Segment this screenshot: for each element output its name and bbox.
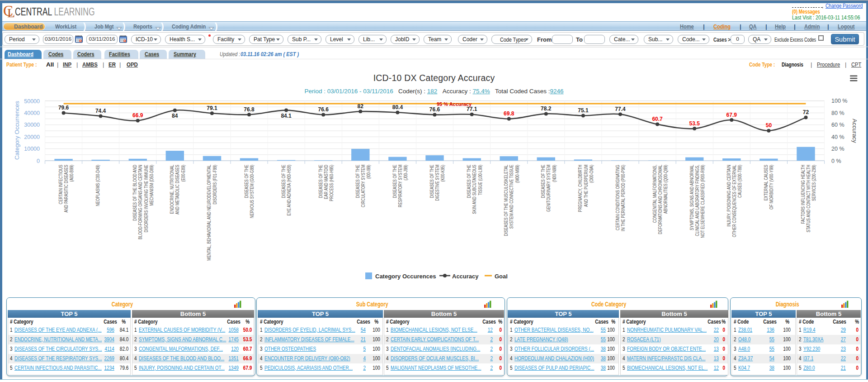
- svg-text:79.1: 79.1: [207, 105, 217, 111]
- svg-text:50: 50: [766, 122, 772, 129]
- svg-text:84: 84: [172, 113, 178, 119]
- svg-text:PREGNANCY, CHILDBIRTHAND THE P: PREGNANCY, CHILDBIRTHAND THE PUERPERIUM(…: [578, 165, 594, 212]
- svg-text:DISEASES OF THECIRCULATORY SYS: DISEASES OF THECIRCULATORY SYSTEM(I00-I9…: [355, 165, 371, 207]
- svg-text:Goal: Goal: [495, 273, 508, 280]
- svg-text:0 %: 0 %: [831, 158, 841, 164]
- svg-text:FACTORS INFLUENCING HEALTHSTAT: FACTORS INFLUENCING HEALTHSTATUS AND CON…: [801, 165, 816, 232]
- svg-text:DISEASES OF THEDIGESTIVE SYSTE: DISEASES OF THEDIGESTIVE SYSTEM(K00-K95): [429, 165, 445, 201]
- svg-text:DISEASES OF THESKIN AND SUBCUT: DISEASES OF THESKIN AND SUBCUTANEOUSTISS…: [467, 165, 482, 214]
- svg-text:76.6: 76.6: [429, 106, 440, 113]
- svg-text:DISEASES OF THE BLOOD ANDBLOOD: DISEASES OF THE BLOOD ANDBLOOD-FORMING O…: [132, 165, 154, 239]
- svg-text:DISEASES OF THEEYE AND ADNEXA: DISEASES OF THEEYE AND ADNEXA (H00-H59): [281, 165, 292, 216]
- svg-text:Category Occurences: Category Occurences: [375, 273, 436, 280]
- svg-text:80.4: 80.4: [392, 104, 403, 110]
- svg-text:77.1: 77.1: [467, 106, 477, 112]
- svg-text:69.8: 69.8: [504, 110, 514, 117]
- svg-text:20000: 20000: [24, 134, 40, 140]
- svg-text:66.9: 66.9: [132, 112, 143, 119]
- svg-text:Accuracy: Accuracy: [452, 273, 479, 280]
- svg-text:10000: 10000: [24, 146, 40, 152]
- svg-text:Category Occurrences: Category Occurrences: [14, 100, 20, 160]
- svg-text:79.6: 79.6: [58, 105, 69, 111]
- svg-text:SYMPTOMS, SIGNS AND ABNORMALCL: SYMPTOMS, SIGNS AND ABNORMALCLINICAL AND…: [689, 165, 705, 238]
- svg-text:50000: 50000: [24, 98, 40, 105]
- svg-text:53.5: 53.5: [689, 120, 700, 127]
- svg-text:0: 0: [37, 158, 40, 164]
- svg-text:DISEASES OF THE MUSCULOSKELETA: DISEASES OF THE MUSCULOSKELETALSYSTEM AN…: [504, 165, 519, 236]
- svg-text:60 %: 60 %: [831, 122, 844, 128]
- svg-text:CONGENITAL MALFORMATIONS,DEFOR: CONGENITAL MALFORMATIONS,DEFORMATIONS AN…: [652, 165, 668, 234]
- svg-text:77.4: 77.4: [615, 106, 626, 112]
- svg-text:DISEASES OF THEGENITOURINARY S: DISEASES OF THEGENITOURINARY SYSTEM(N00-…: [541, 165, 557, 212]
- svg-text:72: 72: [803, 109, 809, 115]
- svg-text:67.9: 67.9: [726, 112, 737, 118]
- svg-text:20 %: 20 %: [831, 146, 844, 152]
- svg-text:82: 82: [358, 103, 364, 110]
- svg-text:100 %: 100 %: [831, 98, 847, 104]
- svg-text:76.6: 76.6: [318, 106, 329, 113]
- svg-text:DISEASES OF THEEAR AND MASTOID: DISEASES OF THEEAR AND MASTOIDPROCESS (H…: [318, 165, 334, 201]
- svg-text:95 % Accuracy: 95 % Accuracy: [437, 101, 472, 107]
- svg-text:CERTAIN CONDITIONS ORIGINATING: CERTAIN CONDITIONS ORIGINATINGIN THE PER…: [615, 165, 626, 231]
- svg-text:40000: 40000: [24, 110, 40, 116]
- svg-text:84.1: 84.1: [281, 113, 292, 119]
- svg-text:60.7: 60.7: [652, 116, 663, 122]
- svg-text:EXTERNAL CAUSESOF MORBIDITY (V: EXTERNAL CAUSESOF MORBIDITY (V00-Y99): [764, 165, 774, 210]
- svg-text:DISEASES OF THENERVOUS SYSTEM: DISEASES OF THENERVOUS SYSTEM (G00-G99): [244, 165, 255, 218]
- svg-text:NEOPLASMS (C00-D49): NEOPLASMS (C00-D49): [95, 165, 100, 206]
- svg-text:CERTAIN INFECTIOUSAND PARASITI: CERTAIN INFECTIOUSAND PARASITIC DISEASES…: [58, 165, 74, 213]
- svg-text:76.8: 76.8: [244, 106, 255, 113]
- svg-text:Accuracy: Accuracy: [851, 119, 858, 143]
- svg-text:30000: 30000: [24, 122, 40, 128]
- svg-text:DISEASES OF THERESPIRATORY SYS: DISEASES OF THERESPIRATORY SYSTEM(J00-J9…: [392, 165, 408, 207]
- svg-text:40 %: 40 %: [831, 134, 844, 140]
- svg-text:INJURY, POISONING AND CERTAINO: INJURY, POISONING AND CERTAINOTHER CONSE…: [726, 165, 742, 237]
- svg-text:78.2: 78.2: [541, 105, 552, 112]
- svg-text:75.1: 75.1: [578, 107, 589, 114]
- svg-text:74.4: 74.4: [95, 108, 106, 114]
- svg-text:80 %: 80 %: [831, 110, 844, 116]
- svg-text:MENTAL, BEHAVIORAL AND NEURODE: MENTAL, BEHAVIORAL AND NEURODEVELOPMENTA…: [207, 165, 217, 261]
- svg-text:ENDOCRINE, NUTRITIONALAND META: ENDOCRINE, NUTRITIONALAND METABOLIC DISE…: [170, 165, 185, 215]
